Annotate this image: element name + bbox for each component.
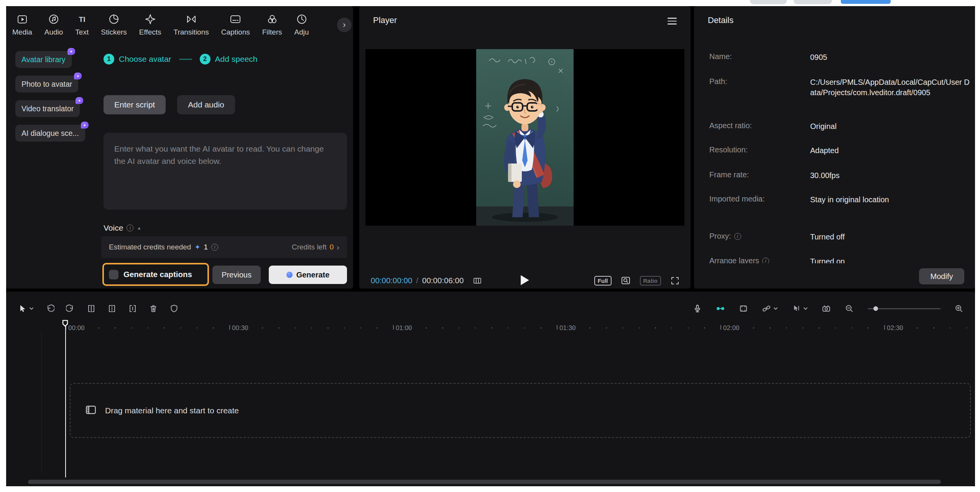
credits-left-link[interactable]: Credits left 0 › <box>292 243 339 252</box>
ruler-minor-tick <box>115 327 116 329</box>
ratio-button[interactable]: Ratio <box>640 276 661 286</box>
credits-left-label: Credits left <box>292 243 327 251</box>
toolbar-item-audio[interactable]: Audio <box>44 10 63 36</box>
voice-section-header[interactable]: Voice i ▲ <box>104 223 141 233</box>
toolbar-item-stickers[interactable]: Stickers <box>101 10 127 36</box>
ruler-minor-tick <box>131 327 132 329</box>
snap-toggle-icon-active[interactable] <box>716 304 725 313</box>
chevron-down-icon <box>29 306 34 311</box>
cropped-page-control <box>794 0 832 4</box>
svg-text:TI: TI <box>79 15 85 23</box>
ruler-minor-tick <box>688 327 689 329</box>
frame-preview-icon[interactable] <box>739 304 748 313</box>
timeline-zoom-slider[interactable] <box>868 308 941 309</box>
toolbar-item-media[interactable]: Media <box>12 10 32 36</box>
ruler-minor-tick <box>540 327 541 329</box>
ruler-minor-tick <box>573 327 574 329</box>
full-preview-button[interactable]: Full <box>594 276 612 286</box>
captions-icon <box>230 13 241 25</box>
toolbar-item-adjust[interactable]: Adju <box>294 10 309 36</box>
ruler-minor-tick <box>148 327 149 329</box>
timeline-drop-zone[interactable]: Drag material here and start to create <box>70 383 971 438</box>
tab-add-audio[interactable]: Add audio <box>177 95 235 114</box>
tab-enter-script[interactable]: Enter script <box>104 95 166 114</box>
ruler-major-tick <box>229 325 230 330</box>
detail-value: Stay in original location <box>810 195 971 205</box>
record-icon[interactable] <box>822 304 831 313</box>
generate-captions-checkbox[interactable] <box>109 270 118 279</box>
voiceover-mic-icon[interactable] <box>693 304 702 313</box>
timeline-horizontal-scrollbar[interactable] <box>28 480 941 484</box>
modify-button[interactable]: Modify <box>919 268 964 284</box>
fullscreen-icon[interactable] <box>670 276 680 286</box>
link-clips-icon[interactable] <box>762 304 778 313</box>
generate-credit-dot-icon <box>286 272 293 278</box>
collapse-caret-icon[interactable]: ▲ <box>137 226 141 230</box>
toolbar-expand-button[interactable]: › <box>337 18 352 32</box>
timeline-zoom-out-icon[interactable] <box>845 304 854 313</box>
ruler-minor-tick <box>589 327 590 329</box>
zoom-slider-handle[interactable] <box>873 306 878 311</box>
toolbar-item-effects[interactable]: Effects <box>139 10 161 36</box>
sidebar-item-ai-dialogue[interactable]: AI dialogue sce... ✦ <box>15 125 85 142</box>
timeline-toolbar-left <box>18 300 179 317</box>
ruler-minor-tick <box>950 327 951 329</box>
sidebar-item-avatar-library[interactable]: Avatar library ✦ <box>15 51 72 68</box>
mask-shield-icon[interactable] <box>169 304 179 313</box>
chevron-right-icon: › <box>337 243 339 252</box>
info-icon[interactable]: i <box>127 225 133 231</box>
ruler-minor-tick <box>508 327 509 329</box>
toolbar-item-label: Effects <box>139 28 161 36</box>
player-panel: Player <box>359 6 691 289</box>
timeline-ruler: 00:0000:3001:0001:3002:0002:30 <box>6 322 975 334</box>
timeline-panel: 00:0000:3001:0001:3002:0002:30 Drag mate… <box>6 292 975 486</box>
sidebar-item-label: Photo to avatar <box>21 80 72 89</box>
split-icon[interactable] <box>107 304 117 313</box>
media-clip-icon <box>85 404 97 417</box>
effects-icon <box>145 13 156 25</box>
playhead-line[interactable] <box>65 326 66 477</box>
toolbar-item-transitions[interactable]: Transitions <box>174 10 209 36</box>
zoom-preview-icon[interactable] <box>621 276 631 285</box>
cropped-page-control-blue <box>841 0 891 4</box>
player-menu-icon[interactable] <box>668 18 677 25</box>
select-tool-icon[interactable] <box>18 304 34 313</box>
sidebar-item-photo-to-avatar[interactable]: Photo to avatar ✦ <box>15 76 78 92</box>
script-input-box <box>104 133 347 210</box>
detail-value: Original <box>810 121 971 132</box>
ruler-minor-tick <box>819 327 820 329</box>
info-icon[interactable]: i <box>734 233 741 240</box>
toolbar-item-filters[interactable]: Filters <box>262 10 282 36</box>
sidebar-item-label: Avatar library <box>21 55 66 64</box>
play-button[interactable] <box>521 275 529 285</box>
cursor-mode-icon[interactable] <box>792 304 808 313</box>
ruler-minor-tick <box>213 327 214 329</box>
script-input[interactable] <box>104 133 347 210</box>
delete-icon[interactable] <box>149 304 158 313</box>
ruler-minor-tick <box>82 327 83 329</box>
voice-label: Voice <box>104 223 123 233</box>
screenshot-page: Media Audio TI Text <box>0 0 980 492</box>
split-right-icon[interactable] <box>128 304 137 313</box>
info-icon[interactable]: i <box>211 244 218 251</box>
generate-button[interactable]: Generate <box>269 266 347 284</box>
credits-bar: Estimated credits needed ✦ 1 i Credits l… <box>101 236 347 258</box>
credits-needed-count: 1 <box>204 243 208 251</box>
sidebar-item-video-translator[interactable]: Video translator ✦ <box>15 100 80 117</box>
toolbar-item-label: Text <box>75 28 89 36</box>
toolbar-item-captions[interactable]: Captions <box>221 10 250 36</box>
step-1-label: Choose avatar <box>119 54 171 64</box>
details-row-frame-rate: Frame rate: 30.00fps <box>709 170 965 181</box>
toolbar-item-text[interactable]: TI Text <box>75 10 89 36</box>
undo-icon[interactable] <box>45 304 54 313</box>
redo-icon[interactable] <box>66 304 75 313</box>
vip-badge-icon: ✦ <box>81 122 89 129</box>
ruler-minor-tick <box>524 327 525 329</box>
step-indicator: 1 Choose avatar 2 Add speech <box>104 54 258 64</box>
split-left-icon[interactable] <box>87 304 96 313</box>
previous-button[interactable]: Previous <box>212 266 261 284</box>
details-row-path: Path: C:/Users/PMLS/AppData/Local/CapCut… <box>709 77 965 88</box>
timeline-zoom-in-icon[interactable] <box>954 304 964 313</box>
ruler-minor-tick <box>262 327 263 329</box>
step-connector <box>179 59 192 60</box>
